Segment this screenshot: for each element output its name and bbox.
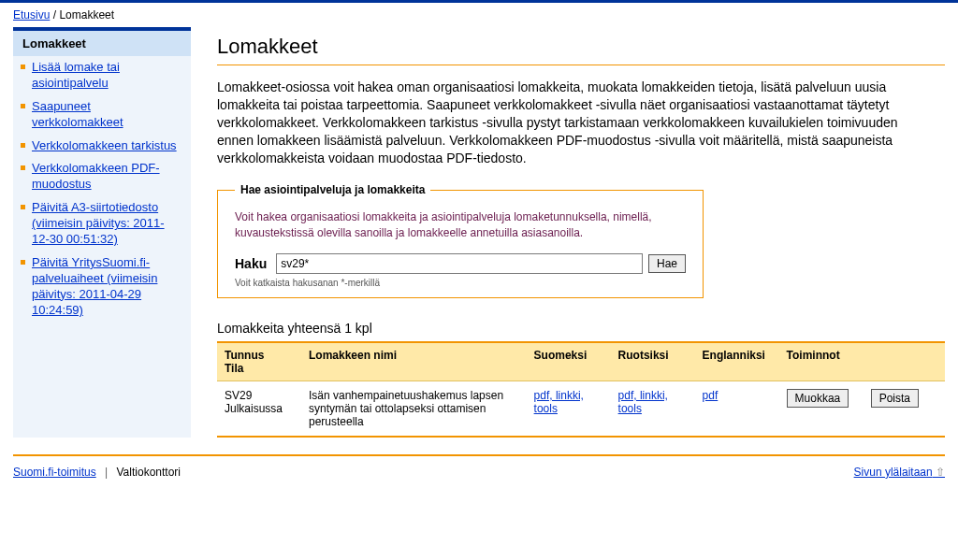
footer-editorial-link[interactable]: Suomi.fi-toimitus bbox=[13, 466, 96, 479]
th-actions: Toiminnot bbox=[779, 342, 945, 381]
breadcrumb-home-link[interactable]: Etusivu bbox=[13, 8, 50, 22]
sidebar-item-pdf[interactable]: Verkkolomakkeen PDF-muodostus bbox=[32, 161, 160, 191]
edit-button[interactable]: Muokkaa bbox=[787, 389, 849, 408]
search-button[interactable]: Hae bbox=[648, 254, 686, 273]
footer-org: Valtiokonttori bbox=[117, 466, 181, 479]
sidebar-list: Lisää lomake tai asiointipalvelu Saapune… bbox=[13, 56, 191, 322]
th-sv: Ruotsiksi bbox=[611, 342, 695, 381]
back-to-top-link[interactable]: Sivun ylälaitaan bbox=[854, 466, 945, 479]
search-hint: Voit katkaista hakusanan *-merkillä bbox=[235, 278, 686, 288]
table-header-row: Tunnus Tila Lomakkeen nimi Suomeksi Ruot… bbox=[217, 342, 945, 381]
search-fieldset: Hae asiointipalveluja ja lomakkeita Voit… bbox=[217, 183, 704, 297]
sidebar-item-received[interactable]: Saapuneet verkkolomakkeet bbox=[32, 99, 123, 129]
sidebar: Lomakkeet Lisää lomake tai asiointipalve… bbox=[13, 27, 191, 438]
title-underline bbox=[217, 65, 945, 65]
cell-en-link[interactable]: pdf bbox=[703, 389, 718, 402]
search-label: Haku bbox=[235, 256, 267, 271]
th-name: Lomakkeen nimi bbox=[301, 342, 527, 381]
cell-sv-link[interactable]: pdf, linkki, tools bbox=[618, 389, 668, 415]
th-status: Tila bbox=[225, 362, 243, 375]
breadcrumb-sep: / bbox=[53, 8, 56, 22]
breadcrumb-current: Lomakkeet bbox=[59, 8, 114, 22]
delete-button[interactable]: Poista bbox=[871, 389, 919, 408]
sidebar-item-yrityssuomi[interactable]: Päivitä YritysSuomi.fi-palveluaiheet (vi… bbox=[32, 255, 157, 317]
results-table: Tunnus Tila Lomakkeen nimi Suomeksi Ruot… bbox=[217, 341, 945, 438]
footer-rule bbox=[13, 454, 945, 456]
th-fi: Suomeksi bbox=[527, 342, 611, 381]
table-row: SV29 Julkaisussa Isän vanhempainetuushak… bbox=[217, 381, 945, 437]
search-legend: Hae asiointipalveluja ja lomakkeita bbox=[235, 183, 430, 196]
results-count: Lomakkeita yhteensä 1 kpl bbox=[217, 321, 945, 336]
intro-text: Lomakkeet-osiossa voit hakea oman organi… bbox=[217, 79, 937, 166]
search-input[interactable] bbox=[276, 253, 643, 274]
sidebar-item-a3[interactable]: Päivitä A3-siirtotiedosto (viimeisin päi… bbox=[32, 200, 165, 246]
sidebar-item-add-form[interactable]: Lisää lomake tai asiointipalvelu bbox=[32, 60, 120, 90]
search-description: Voit hakea organisaatiosi lomakkeita ja … bbox=[235, 209, 686, 239]
footer: Suomi.fi-toimitus | Valtiokonttori Sivun… bbox=[0, 462, 958, 492]
cell-id: SV29 bbox=[225, 389, 252, 402]
footer-sep: | bbox=[99, 466, 113, 479]
sidebar-heading: Lomakkeet bbox=[13, 31, 191, 56]
cell-status: Julkaisussa bbox=[225, 402, 283, 415]
th-id: Tunnus bbox=[225, 349, 264, 362]
main-content: Lomakkeet Lomakkeet-osiossa voit hakea o… bbox=[217, 27, 945, 438]
cell-name: Isän vanhempainetuushakemus lapsen synty… bbox=[301, 381, 527, 437]
sidebar-item-check[interactable]: Verkkolomakkeen tarkistus bbox=[32, 138, 177, 152]
th-en: Englanniksi bbox=[695, 342, 779, 381]
page-title: Lomakkeet bbox=[217, 35, 945, 59]
breadcrumb: Etusivu / Lomakkeet bbox=[0, 3, 958, 27]
cell-fi-link[interactable]: pdf, linkki, tools bbox=[534, 389, 584, 415]
